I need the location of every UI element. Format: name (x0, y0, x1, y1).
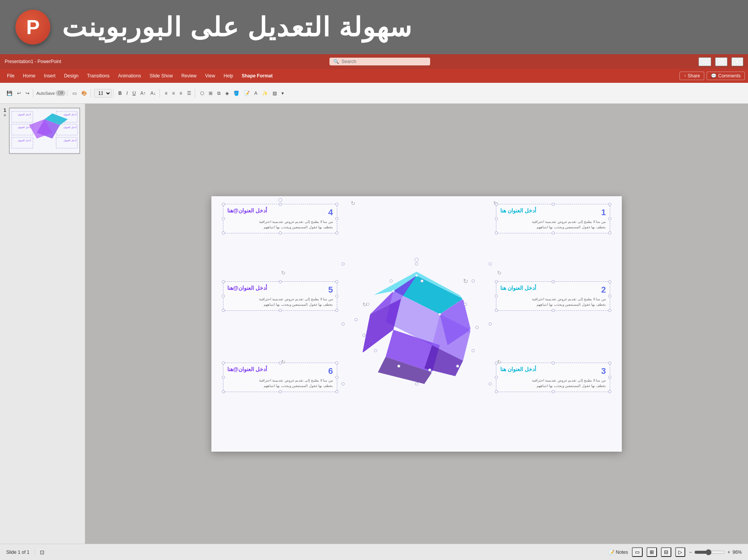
menu-shape-format[interactable]: Shape Format (238, 72, 276, 80)
info-box-6-title: أدخل العنوان@هنا (227, 366, 267, 372)
header-title: سهولة التعديل على البوربوينت (62, 12, 412, 43)
toolbar-decrease-font[interactable]: A↓ (149, 89, 158, 98)
notes-label: Notes (616, 550, 628, 555)
comments-button[interactable]: 💬 Comments (707, 72, 745, 80)
info-box-4-title: أدخل العنوان@هنا (227, 207, 267, 214)
menu-view[interactable]: View (201, 72, 219, 80)
reading-view-button[interactable]: ⊟ (661, 547, 671, 557)
normal-view-button[interactable]: ▭ (632, 547, 643, 557)
toolbar-undo[interactable]: ↩ (15, 89, 23, 98)
menu-review[interactable]: Review (177, 72, 200, 80)
toolbar-bullet-list[interactable]: ☰ (185, 89, 193, 98)
toolbar-arrange[interactable]: ⧉ (215, 89, 223, 98)
restore-button[interactable]: ❐ (715, 57, 727, 66)
toolbar-quick-styles[interactable]: ◈ (223, 89, 231, 98)
toolbar-align-left[interactable]: ≡ (163, 89, 170, 98)
toolbar-italic[interactable]: I (125, 89, 130, 98)
zoom-slider[interactable] (694, 549, 725, 555)
toolbar-save[interactable]: 💾 (5, 89, 14, 98)
canvas-area: 4 أدخل العنوان@هنا من منا لا يطمح إلى تق… (85, 104, 748, 544)
info-box-6-body: من منا لا يطمح إلى تقديم عروض تقديمية اح… (227, 378, 333, 389)
info-box-1[interactable]: 1 أدخل العنوان هنا من منا لا يطمح إلى تق… (496, 204, 610, 234)
info-box-4-body: من منا لا يطمح إلى تقديم عروض تقديمية اح… (227, 219, 333, 230)
info-box-6[interactable]: 6 أدخل العنوان@هنا من منا لا يطمح إلى تق… (223, 363, 337, 392)
toolbar-shapes[interactable]: ⬡ (198, 89, 206, 98)
svg-point-36 (431, 371, 433, 373)
svg-text:↻: ↻ (463, 278, 468, 284)
info-box-2[interactable]: 2 أدخل العنوان هنا من منا لا يطمح إلى تق… (496, 281, 610, 311)
info-box-2-title: أدخل العنوان هنا (500, 285, 536, 291)
search-box[interactable]: 🔍 (329, 58, 430, 65)
minimize-button[interactable]: — (698, 57, 711, 66)
toolbar-increase-font[interactable]: A↑ (139, 89, 148, 98)
status-bar-left: Slide 1 of 1 | ⊡ (6, 549, 45, 555)
slide-canvas[interactable]: 4 أدخل العنوان@هنا من منا لا يطمح إلى تق… (211, 196, 622, 452)
app-title: Presentation1 - PowerPoint (5, 59, 61, 64)
autosave-toggle[interactable]: Off (56, 90, 65, 96)
toolbar-fill-color[interactable]: 🪣 (232, 89, 241, 98)
menu-animations[interactable]: Animations (114, 72, 145, 80)
notes-button[interactable]: 📝 Notes (609, 550, 628, 555)
toolbar-text-color[interactable]: A (252, 89, 259, 98)
comments-icon: 💬 (711, 73, 717, 79)
menu-file[interactable]: File (3, 72, 18, 80)
menu-slideshow[interactable]: Slide Show (146, 72, 177, 80)
menu-home[interactable]: Home (19, 72, 39, 80)
toolbar-color[interactable]: 🎨 (79, 89, 89, 98)
svg-text:أدخل العنوان: أدخل العنوان (18, 125, 31, 129)
slide-star-icon: ★ (3, 113, 7, 117)
toolbar-more[interactable]: ▾ (280, 89, 286, 98)
info-box-4[interactable]: 4 أدخل العنوان@هنا من منا لا يطمح إلى تق… (223, 204, 337, 234)
slide-status: Slide 1 of 1 (6, 550, 29, 555)
slide-status-icon: ⊡ (40, 549, 45, 555)
slide-thumbnail-1[interactable]: أدخل العنوان 4 أدخل العنوان أدخل العنوان… (9, 108, 80, 154)
info-box-2-header: 2 أدخل العنوان هنا (500, 285, 606, 295)
font-size-select[interactable]: 11+ 12 14 16 18 (94, 89, 112, 98)
menu-transitions[interactable]: Transitions (83, 72, 113, 80)
toolbar-bold[interactable]: B (117, 89, 124, 98)
info-box-4-header: 4 أدخل العنوان@هنا (227, 207, 333, 217)
info-box-3-header: 3 أدخل العنوان هنا (500, 366, 606, 376)
title-bar-right: — ❐ ✕ (698, 57, 743, 66)
svg-point-33 (392, 290, 395, 292)
slide-panel-item-1[interactable]: 1 ★ أدخل العنوان 4 أدخل العنوان أد (3, 108, 82, 154)
slide-thumb-inner: أدخل العنوان 4 أدخل العنوان أدخل العنوان… (10, 108, 79, 153)
toolbar-redo[interactable]: ↪ (24, 89, 31, 98)
zoom-level: 96% (733, 550, 742, 555)
svg-text:أدخل العنوان: أدخل العنوان (18, 139, 31, 142)
grid-view-button[interactable]: ⊞ (647, 547, 657, 557)
menu-design[interactable]: Design (60, 72, 82, 80)
menu-help[interactable]: Help (220, 72, 237, 80)
3d-shape-container[interactable]: ↻ ↻ ↻ (343, 264, 490, 384)
autosave-label: AutoSave (36, 91, 55, 96)
toolbar-align-center[interactable]: ≡ (170, 89, 177, 98)
info-box-3[interactable]: 3 أدخل العنوان هنا من منا لا يطمح إلى تق… (496, 363, 610, 392)
svg-point-35 (361, 352, 364, 354)
info-box-5[interactable]: 5 أدخل العنوان@هنا من منا لا يطمح إلى تق… (223, 281, 337, 311)
toolbar-shadow[interactable]: ▧ (271, 89, 279, 98)
toolbar-group-shapes-btn[interactable]: ⊞ (207, 89, 214, 98)
toolbar-normal-view[interactable]: ▭ (70, 89, 79, 98)
comments-label: Comments (718, 73, 741, 79)
toolbar-outline-color[interactable]: 📝 (242, 89, 252, 98)
share-label: Share (688, 73, 700, 79)
svg-text:أدخل العنوان: أدخل العنوان (63, 139, 77, 142)
info-box-3-num: 3 (601, 366, 606, 376)
toolbar-align-right[interactable]: ≡ (178, 89, 184, 98)
svg-text:أدخل العنوان: أدخل العنوان (63, 113, 77, 116)
svg-text:أدخل العنوان: أدخل العنوان (18, 113, 31, 116)
toolbar-underline[interactable]: U (130, 89, 138, 98)
toolbar-effects[interactable]: ✨ (260, 89, 270, 98)
menu-insert[interactable]: Insert (40, 72, 59, 80)
status-separator: | (34, 550, 35, 555)
zoom-out-icon[interactable]: − (689, 550, 692, 555)
slideshow-view-button[interactable]: ▷ (675, 547, 685, 557)
share-button[interactable]: ↑ Share (679, 72, 704, 80)
zoom-in-icon[interactable]: + (727, 550, 730, 555)
svg-point-37 (470, 329, 472, 331)
info-box-5-body: من منا لا يطمح إلى تقديم عروض تقديمية اح… (227, 296, 333, 308)
info-box-3-title: أدخل العنوان هنا (500, 366, 536, 372)
close-button[interactable]: ✕ (731, 57, 743, 66)
search-input[interactable] (341, 59, 419, 64)
info-box-1-body: من منا لا يطمح إلى تقديم عروض تقديمية اح… (500, 219, 606, 230)
